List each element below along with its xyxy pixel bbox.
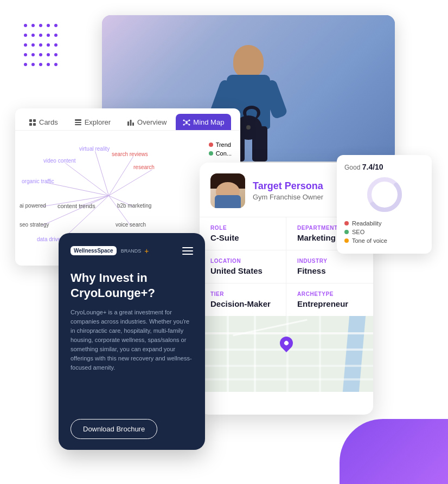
svg-rect-3	[33, 123, 36, 126]
mindmap-node-voicesearch: voice search	[116, 222, 146, 228]
legend-item-readability: Readability	[344, 220, 424, 227]
table-icon	[74, 119, 82, 126]
grid-icon	[29, 119, 36, 126]
mobile-logo-area: WellnessSpace BRANDS +	[71, 246, 193, 255]
persona-subtitle: Gym Franchise Owner	[253, 193, 323, 201]
svg-line-19	[66, 163, 109, 196]
mobile-logo: WellnessSpace BRANDS +	[71, 246, 149, 255]
tab-mindmap[interactable]: Mind Map	[176, 114, 231, 130]
svg-rect-8	[130, 120, 132, 126]
logo-brands-text: BRANDS	[121, 248, 142, 254]
legend-dot-con	[209, 151, 213, 156]
svg-line-28	[109, 196, 131, 225]
mindmap-node-contenttrends: content trends	[57, 203, 95, 209]
mindmap-node-searchreviews: search reviews	[112, 151, 148, 157]
score-card: Good 7.4/10 Readability SEO Tone of voic…	[337, 155, 432, 254]
tab-cards[interactable]: Cards	[22, 114, 65, 130]
svg-line-18	[187, 124, 189, 124]
svg-rect-5	[75, 122, 81, 123]
legend-label-tone: Tone of voice	[352, 237, 387, 244]
svg-rect-7	[127, 121, 129, 126]
persona-field-location: LOCATION United States	[200, 250, 286, 283]
legend-dot-trend	[209, 143, 213, 147]
logo-box: WellnessSpace	[71, 246, 117, 255]
field-label-role: ROLE	[210, 225, 275, 231]
score-circle	[344, 176, 424, 214]
tab-explorer-label: Explorer	[85, 118, 111, 126]
persona-title: Target Persona	[253, 180, 323, 192]
mobile-app-card: WellnessSpace BRANDS + Why Invest in Cry…	[59, 233, 205, 450]
persona-map	[200, 316, 373, 392]
hamburger-line-3	[182, 254, 193, 255]
field-label-archetype: ARCHETYPE	[297, 291, 362, 297]
tab-overview-label: Overview	[137, 118, 167, 126]
tab-explorer[interactable]: Explorer	[67, 114, 118, 130]
score-legend: Readability SEO Tone of voice	[344, 220, 424, 244]
svg-rect-9	[132, 122, 134, 126]
persona-field-archetype: ARCHETYPE Entrepreneur	[286, 283, 373, 316]
field-value-location: United States	[210, 266, 275, 275]
svg-line-27	[42, 196, 109, 225]
svg-line-17	[184, 124, 187, 124]
mindmap-node-virtualreality: virtual reality	[79, 146, 110, 152]
mindmap-node-b2bmarketing: b2b marketing	[117, 203, 151, 209]
field-value-role: C-Suite	[210, 233, 275, 242]
mindmap-node-organictraffic: organic traffic	[22, 178, 54, 184]
field-label-location: LOCATION	[210, 258, 275, 264]
hamburger-line-1	[182, 247, 193, 248]
legend-dot-readability	[344, 221, 349, 225]
mobile-description: CryoLounge+ is a great investment for co…	[71, 308, 193, 406]
tab-mindmap-label: Mind Map	[193, 118, 224, 126]
svg-point-10	[185, 121, 188, 124]
download-brochure-button[interactable]: Download Brochure	[71, 419, 157, 439]
legend-label-readability: Readability	[352, 220, 381, 227]
mindmap-node-research: research	[133, 164, 155, 170]
score-prefix: Good	[344, 164, 360, 171]
field-value-archetype: Entrepreneur	[297, 299, 362, 308]
dot-grid-decoration	[22, 22, 87, 87]
score-value: 7.4/10	[362, 163, 383, 171]
logo-text-wellness: WellnessSpace	[74, 248, 113, 254]
legend-item-tone: Tone of voice	[344, 237, 424, 244]
svg-rect-1	[33, 119, 36, 122]
legend-label-seo: SEO	[352, 229, 364, 235]
svg-line-23	[109, 170, 152, 196]
field-label-tier: TIER	[210, 291, 275, 297]
mindmap-node-seostrategy: seo strategy	[20, 222, 49, 228]
legend-dot-seo	[344, 230, 349, 234]
persona-field-tier: TIER Decision-Maker	[200, 283, 286, 316]
hamburger-line-2	[182, 250, 193, 251]
tabs-navigation: Cards Explorer Overview	[15, 108, 240, 131]
legend-label-con: Con...	[216, 150, 232, 157]
mindmap-node-aipowered: ai powered	[20, 203, 46, 209]
purple-blob-decoration	[340, 419, 448, 484]
map-pin	[280, 337, 293, 350]
svg-rect-2	[29, 123, 32, 126]
legend-dot-tone	[344, 238, 349, 243]
field-label-industry: INDUSTRY	[297, 258, 362, 264]
persona-field-industry: INDUSTRY Fitness	[286, 250, 373, 283]
mindmap-node-videocontent: video content	[43, 158, 76, 164]
field-value-tier: Decision-Maker	[210, 299, 275, 308]
score-header: Good 7.4/10	[344, 163, 424, 171]
field-value-industry: Fitness	[297, 266, 362, 275]
persona-field-role: ROLE C-Suite	[200, 217, 286, 250]
svg-line-21	[109, 157, 133, 196]
svg-line-20	[95, 151, 109, 196]
svg-line-16	[187, 121, 189, 121]
persona-avatar	[210, 173, 245, 208]
tab-overview[interactable]: Overview	[120, 114, 174, 130]
mindmap-icon	[183, 119, 190, 126]
svg-rect-4	[75, 119, 81, 121]
logo-plus-icon: +	[144, 247, 149, 255]
legend-item-seo: SEO	[344, 229, 424, 235]
svg-rect-0	[29, 119, 32, 122]
svg-rect-6	[75, 124, 81, 125]
svg-line-15	[184, 121, 187, 121]
chart-icon	[127, 119, 135, 126]
mindmap-legend: Trend Con...	[209, 141, 232, 159]
svg-line-22	[47, 183, 109, 196]
mobile-heading: Why Invest in CryoLounge+?	[71, 270, 193, 300]
hamburger-menu-icon[interactable]	[182, 247, 193, 255]
tab-cards-label: Cards	[39, 118, 58, 126]
